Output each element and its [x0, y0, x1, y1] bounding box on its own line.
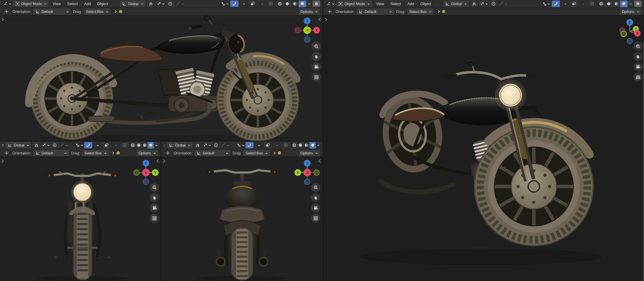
zoom-button[interactable] [150, 183, 159, 192]
overlays-toggle[interactable] [248, 1, 257, 7]
shading-solid-button[interactable] [297, 142, 303, 149]
menu-add[interactable]: Add [81, 2, 94, 6]
viewport-canvas-perspective[interactable]: Z Y X [323, 15, 644, 281]
orientation-value-dropdown[interactable]: Default [356, 8, 394, 15]
ortho-toggle-button[interactable] [150, 214, 159, 223]
transform-orientation-dropdown[interactable]: Global [120, 0, 146, 7]
axis-ball-neg-z[interactable] [304, 179, 310, 185]
menu-select[interactable]: Select [388, 2, 404, 6]
shading-rendered-button[interactable] [310, 142, 316, 149]
toolbar-toggle-arrow[interactable] [1, 159, 5, 163]
shading-material-button[interactable] [291, 1, 299, 7]
shading-wireframe-button[interactable] [130, 142, 136, 149]
menu-view[interactable]: View [373, 2, 387, 6]
snap-target-dropdown[interactable] [203, 142, 211, 148]
snap-toggle[interactable] [32, 142, 41, 148]
shading-solid-button[interactable] [605, 1, 613, 7]
gizmos-toggle[interactable] [84, 142, 92, 148]
gizmos-toggle[interactable] [552, 1, 560, 7]
expand-chevron-icon[interactable] [273, 151, 276, 155]
shading-solid-button[interactable] [284, 1, 291, 7]
xray-toggle[interactable] [588, 1, 596, 7]
orientation-value-dropdown[interactable]: Default [194, 150, 231, 157]
drag-value-dropdown[interactable]: Select Box [243, 150, 270, 157]
zoom-button[interactable] [633, 42, 642, 51]
orientation-value-dropdown[interactable]: Default [33, 8, 71, 15]
expand-chevron-icon[interactable] [114, 10, 117, 13]
transform-orientation-dropdown[interactable]: Global [166, 142, 193, 149]
xray-toggle[interactable] [120, 142, 129, 148]
pan-button[interactable] [633, 52, 642, 61]
toolbar-toggle-arrow[interactable] [324, 18, 328, 22]
overlays-dropdown[interactable] [273, 142, 281, 148]
overlays-dropdown[interactable] [111, 142, 120, 148]
falloff-dropdown[interactable] [175, 1, 185, 7]
viewport-canvas-back[interactable]: Z Y -X [161, 157, 323, 281]
gizmos-dropdown[interactable] [255, 142, 263, 148]
sidebar-toggle-arrow[interactable] [318, 159, 321, 163]
move-tool-button[interactable] [2, 150, 11, 156]
gizmos-dropdown[interactable] [93, 142, 101, 148]
viewport-canvas-side[interactable]: Z X -Y [0, 15, 323, 141]
shading-solid-button[interactable] [136, 142, 142, 149]
material-sphere-icon[interactable] [277, 151, 282, 155]
proport ional-edit-toggle[interactable] [489, 1, 498, 7]
options-dropdown[interactable]: Options [136, 150, 158, 157]
selectability-dropdown[interactable] [541, 1, 551, 7]
overlays-toggle[interactable] [102, 142, 110, 148]
proportional-edit-toggle[interactable] [166, 1, 174, 7]
selectability-dropdown[interactable] [236, 142, 245, 148]
axis-ball-neg-y[interactable] [621, 31, 627, 37]
zoom-button[interactable] [312, 42, 321, 51]
material-sphere-icon[interactable] [118, 9, 123, 14]
axis-ball-neg-y[interactable] [134, 170, 140, 176]
axis-ball-neg-z[interactable] [143, 179, 149, 185]
pause-render-button[interactable] [634, 1, 642, 7]
camera-view-button[interactable] [312, 62, 321, 71]
options-dropdown[interactable]: Options [619, 8, 642, 15]
editor-type-button[interactable] [2, 1, 12, 7]
drag-value-dropdown[interactable]: Select Box [407, 8, 434, 15]
gizmos-dropdown[interactable] [561, 1, 569, 7]
toolbar-toggle-arrow[interactable] [1, 18, 5, 22]
sidebar-toggle-arrow[interactable] [318, 18, 321, 22]
menu-select[interactable]: Select [64, 2, 80, 6]
xray-toggle[interactable] [282, 142, 290, 148]
drag-value-dropdown[interactable]: Select Box [82, 150, 109, 157]
falloff-dropdown[interactable] [498, 1, 508, 7]
pan-button[interactable] [150, 193, 159, 202]
snap-toggle[interactable] [194, 142, 202, 148]
shading-dropdown[interactable] [154, 142, 158, 149]
camera-view-button[interactable] [633, 62, 642, 71]
menu-object[interactable]: Object [418, 2, 434, 6]
shading-dropdown[interactable] [628, 1, 633, 7]
axis-ball-neg-x[interactable] [295, 27, 301, 33]
shading-wireframe-button[interactable] [276, 1, 284, 7]
axis-ball-neg-z[interactable] [304, 37, 310, 43]
shading-material-button[interactable] [142, 142, 148, 149]
overlays-toggle[interactable] [570, 1, 578, 7]
move-tool-button[interactable] [2, 8, 11, 15]
drag-value-dropdown[interactable]: Select Box [84, 8, 110, 15]
gizmos-toggle[interactable] [245, 142, 254, 148]
snap-toggle[interactable] [470, 1, 478, 7]
selectability-dropdown[interactable] [220, 1, 229, 7]
snap-target-dropdown[interactable] [156, 1, 165, 7]
snap-target-dropdown[interactable] [41, 142, 50, 148]
menu-object[interactable]: Object [94, 2, 111, 6]
proportional-edit-toggle[interactable] [51, 142, 59, 148]
gizmos-toggle[interactable] [230, 1, 238, 7]
shading-material-button[interactable] [304, 142, 310, 149]
viewport-canvas-front[interactable]: Z Y X [0, 157, 161, 281]
sidebar-toggle-arrow[interactable] [156, 159, 159, 163]
ortho-toggle-button[interactable] [312, 73, 321, 82]
xray-toggle[interactable] [267, 1, 275, 7]
toolbar-toggle-arrow[interactable] [162, 159, 166, 163]
material-sphere-icon[interactable] [116, 151, 120, 155]
overlays-dropdown[interactable] [579, 1, 587, 7]
overlays-toggle[interactable] [264, 142, 272, 148]
menu-add[interactable]: Add [405, 2, 417, 6]
shading-wireframe-button[interactable] [291, 142, 297, 149]
camera-view-button[interactable] [311, 203, 320, 212]
selectability-dropdown[interactable] [75, 142, 83, 148]
